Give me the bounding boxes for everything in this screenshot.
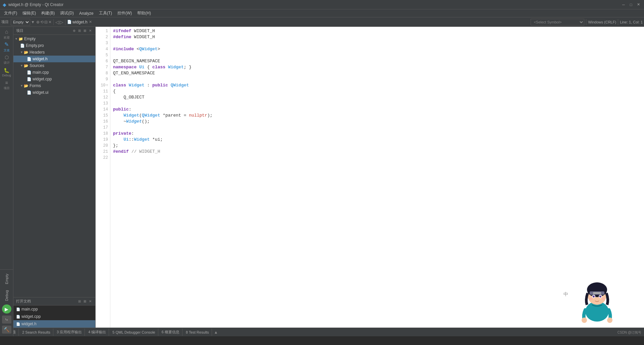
file-icon-widget-h: 📄	[16, 322, 20, 326]
line-num-5: 5	[97, 52, 108, 58]
forms-folder-icon: 📂	[24, 84, 29, 88]
line-num-10: 10 ▽	[97, 82, 108, 88]
open-file-widget-cpp-label: widget.cpp	[21, 314, 41, 319]
open-file-widget-cpp[interactable]: 📄 widget.cpp	[13, 313, 95, 320]
menu-tools[interactable]: 工具(T)	[96, 10, 115, 17]
nav-forward-icon[interactable]: ▷	[60, 19, 63, 25]
editor-content: 1 2 3 4 5 6 7 8 9 10 ▽ 11 12 13 14 15 16…	[96, 27, 644, 328]
maximize-button[interactable]: □	[628, 2, 634, 8]
sidebar-item-projects[interactable]: ≡ 项目	[1, 79, 13, 91]
project-name-label: Empty	[5, 272, 9, 285]
compile-output-tab[interactable]: 4 编译输出	[86, 329, 109, 336]
panel-float-btn[interactable]: ⊠	[83, 28, 87, 33]
test-results-tab[interactable]: 8 Test Results	[183, 329, 212, 336]
tree-headers[interactable]: ▼ 📂 Headers	[13, 49, 95, 56]
sidebar-item-edit[interactable]: ✎ 文改	[1, 41, 13, 53]
sidebar-label-design: 设计	[4, 61, 10, 65]
tree-main-cpp[interactable]: 📄 main.cpp	[13, 69, 95, 76]
filter-icon[interactable]: ⊕	[36, 20, 40, 24]
sources-folder-icon: 📂	[24, 64, 29, 68]
run-button[interactable]: ▶	[2, 304, 11, 314]
project-header: 项目 ⊕ ⊞ ⊠ ✕	[13, 27, 95, 35]
sidebar-item-design[interactable]: ⬡ 设计	[1, 54, 13, 66]
welcome-icon: ⌂	[5, 29, 8, 35]
position-label: Line: 1, Col: 1	[620, 20, 643, 24]
toolbar-close[interactable]: ✕	[89, 20, 92, 24]
open-files-list: 📄 main.cpp 📄 widget.cpp 📄 widget.h	[13, 305, 95, 328]
panel-close-btn[interactable]: ✕	[88, 28, 93, 33]
tree-widget-ui[interactable]: 📄 widget.ui	[13, 89, 95, 96]
qml-debugger-tab[interactable]: 5 QML Debugger Console	[110, 329, 158, 336]
project-selector[interactable]: Empty	[11, 19, 30, 25]
edit-icon: ✎	[4, 41, 9, 48]
sidebar-label-welcome: 欢迎	[4, 36, 10, 40]
menu-analyze[interactable]: Analyze	[76, 10, 96, 16]
project-panel: 项目 ⊕ ⊞ ⊠ ✕ ▼ 📁 Empty 📄 Empty.pro ▼	[13, 27, 96, 328]
tree-root[interactable]: ▼ 📁 Empty	[13, 36, 95, 42]
menu-controls[interactable]: 控件(W)	[115, 10, 135, 17]
title-text: widget.h @ Empty - Qt Creator	[8, 2, 63, 7]
toolbar-separator-3	[586, 19, 586, 25]
line-num-3: 3	[97, 40, 108, 46]
step-button[interactable]: ⤷	[2, 316, 11, 324]
headers-folder-icon: 📂	[24, 50, 29, 55]
open-file-main-cpp[interactable]: 📄 main.cpp	[13, 305, 95, 313]
sidebar-item-debug[interactable]: 🐛 Debug	[1, 66, 13, 78]
tree-emptypro-label: Empty.pro	[26, 43, 44, 48]
symbol-selector[interactable]: <Select Symbol>	[531, 19, 584, 25]
toolbar-separator	[53, 19, 54, 25]
sync-icon[interactable]: ⟲	[40, 20, 44, 24]
line-num-13: 13	[97, 100, 108, 107]
expand-project-icon[interactable]: ▼	[31, 20, 35, 24]
editor-area: 1 2 3 4 5 6 7 8 9 10 ▽ 11 12 13 14 15 16…	[96, 27, 644, 328]
panel-split-btn[interactable]: ⊞	[77, 28, 82, 33]
menu-edit[interactable]: 编辑(E)	[20, 10, 39, 17]
open-files-header: 打开文档 ⊞ ⊠ ✕	[13, 297, 95, 305]
open-files-split-btn[interactable]: ⊞	[77, 299, 82, 303]
line-num-15: 15	[97, 113, 108, 119]
tree-forms-label: Forms	[30, 83, 41, 88]
menu-file[interactable]: 文件(F)	[1, 10, 20, 17]
line-num-7: 7	[97, 64, 108, 70]
collapse-icon[interactable]: ⊟	[44, 20, 48, 24]
search-results-tab[interactable]: 2 Search Results	[19, 329, 53, 336]
bottom-left-panel: Empty Debug ▶ ⤷ 🔨	[0, 269, 13, 336]
nav-back-icon[interactable]: ◁	[55, 19, 59, 25]
open-file-widget-h[interactable]: 📄 widget.h	[13, 320, 95, 328]
app-output-tab[interactable]: 3 应用程序输出	[54, 329, 85, 336]
folder-icon: 📁	[18, 37, 23, 41]
close-panel-icon[interactable]: ✕	[48, 20, 52, 24]
file-pro-icon: 📄	[20, 44, 25, 48]
debug-icon: 🐛	[4, 68, 9, 73]
open-files-close-btn[interactable]: ✕	[88, 299, 93, 303]
sidebar-item-welcome[interactable]: ⌂ 欢迎	[1, 28, 13, 40]
tree-emptypro[interactable]: 📄 Empty.pro	[13, 42, 95, 49]
close-button[interactable]: ✕	[635, 2, 641, 8]
debug-run-label: Debug	[5, 289, 9, 302]
menu-debug[interactable]: 调试(D)	[57, 10, 76, 17]
minimize-button[interactable]: ─	[621, 2, 627, 8]
app-icon: ◆	[3, 2, 6, 7]
line-num-20: 20	[97, 143, 108, 149]
hammer-button[interactable]: 🔨	[2, 326, 11, 334]
toolbar-separator-2	[65, 19, 65, 25]
tree-widget-cpp[interactable]: 📄 widget.cpp	[13, 76, 95, 82]
expand-arrow-forms: ▼	[20, 84, 23, 87]
tree-widget-h-label: widget.h	[33, 57, 48, 61]
tree-forms[interactable]: ▼ 📂 Forms	[13, 82, 95, 89]
tree-sources[interactable]: ▼ 📂 Sources	[13, 62, 95, 69]
general-info-tab[interactable]: 6 概要信息	[159, 329, 182, 336]
open-files-float-btn[interactable]: ⊠	[83, 299, 87, 303]
menu-help[interactable]: 帮助(H)	[135, 10, 154, 17]
file-widget-cpp-icon: 📄	[27, 77, 32, 81]
open-files-controls: ⊞ ⊠ ✕	[77, 299, 93, 303]
expand-bottom-icon[interactable]: ▲	[214, 330, 218, 335]
code-area[interactable]: #ifndef WIDGET_H #define WIDGET_H #inclu…	[110, 27, 644, 328]
main-layout: ⌂ 欢迎 ✎ 文改 ⬡ 设计 🐛 Debug ≡ 项目 ? 帮助 项目 ⊕	[0, 27, 644, 328]
menu-build[interactable]: 构建(B)	[39, 10, 57, 17]
panel-filter-btn[interactable]: ⊕	[72, 28, 76, 33]
line-num-9: 9	[97, 76, 108, 82]
open-file-widget-h-label: widget.h	[21, 322, 37, 326]
tree-widget-h[interactable]: 📄 widget.h	[13, 56, 95, 62]
file-icon: 📄	[67, 20, 72, 24]
